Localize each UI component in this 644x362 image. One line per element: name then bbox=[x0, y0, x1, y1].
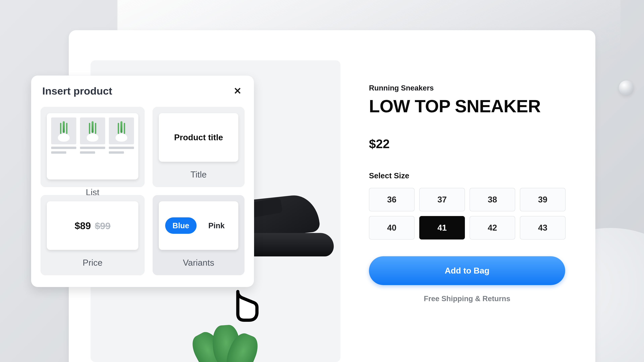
plant-illustration bbox=[190, 325, 260, 362]
title-preview: Product title bbox=[159, 113, 238, 162]
size-option[interactable]: 36 bbox=[369, 188, 414, 211]
add-to-bag-button[interactable]: Add to Bag bbox=[369, 256, 565, 285]
widget-price[interactable]: $89 $99 Price bbox=[40, 195, 144, 275]
list-preview bbox=[47, 113, 138, 179]
widget-list[interactable]: List bbox=[40, 107, 144, 187]
product-info: Running Sneakers LOW TOP SNEAKER $22 Sel… bbox=[369, 84, 567, 303]
title-sample: Product title bbox=[174, 133, 223, 142]
shipping-note: Free Shipping & Returns bbox=[369, 295, 565, 303]
size-option[interactable]: 43 bbox=[520, 216, 566, 240]
size-option[interactable]: 42 bbox=[470, 216, 515, 240]
size-option[interactable]: 37 bbox=[419, 188, 465, 211]
size-option[interactable]: 39 bbox=[520, 188, 566, 211]
widget-label: Variants bbox=[159, 258, 238, 268]
size-grid: 36 37 38 39 40 41 42 43 bbox=[369, 188, 567, 240]
variants-preview: Blue Pink bbox=[159, 201, 238, 250]
product-title: LOW TOP SNEAKER bbox=[369, 97, 567, 115]
variant-chip: Pink bbox=[201, 217, 232, 234]
price-current: $89 bbox=[75, 220, 91, 231]
size-option-selected[interactable]: 41 bbox=[419, 216, 465, 240]
widget-variants[interactable]: Blue Pink Variants bbox=[152, 195, 244, 275]
variant-chip-active: Blue bbox=[165, 217, 197, 234]
widget-label: Price bbox=[47, 258, 138, 268]
widget-label: Title bbox=[159, 169, 238, 179]
close-icon: ✕ bbox=[234, 86, 242, 96]
insert-product-popover: Insert product ✕ List Product title Titl… bbox=[31, 75, 254, 287]
product-category: Running Sneakers bbox=[369, 84, 567, 92]
close-button[interactable]: ✕ bbox=[232, 86, 243, 96]
size-option[interactable]: 38 bbox=[470, 188, 515, 211]
size-option[interactable]: 40 bbox=[369, 216, 414, 240]
widget-title[interactable]: Product title Title bbox=[152, 107, 244, 187]
price-preview: $89 $99 bbox=[47, 201, 138, 250]
product-price: $22 bbox=[369, 137, 567, 151]
price-old: $99 bbox=[95, 220, 110, 231]
size-section-label: Select Size bbox=[369, 171, 567, 180]
background-orb bbox=[619, 80, 634, 95]
popover-title: Insert product bbox=[42, 85, 112, 97]
